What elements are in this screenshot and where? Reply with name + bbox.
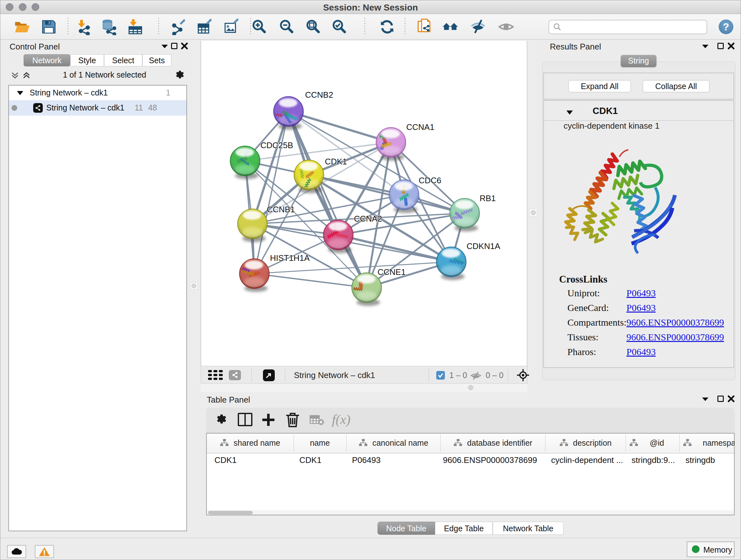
svg-text:CCNA2: CCNA2 xyxy=(354,214,382,224)
svg-text:CCNE1: CCNE1 xyxy=(378,267,406,277)
svg-text:CCNA1: CCNA1 xyxy=(406,122,434,132)
svg-text:CDC6: CDC6 xyxy=(419,176,441,185)
svg-text:CDK1: CDK1 xyxy=(325,157,347,166)
svg-text:CDKN1A: CDKN1A xyxy=(467,241,500,251)
svg-text:CCNB1: CCNB1 xyxy=(267,205,295,214)
svg-text:CCNB2: CCNB2 xyxy=(305,90,333,100)
svg-text:HIST1H1A: HIST1H1A xyxy=(270,253,310,263)
svg-text:RB1: RB1 xyxy=(480,193,496,203)
svg-text:CDC25B: CDC25B xyxy=(260,140,293,150)
